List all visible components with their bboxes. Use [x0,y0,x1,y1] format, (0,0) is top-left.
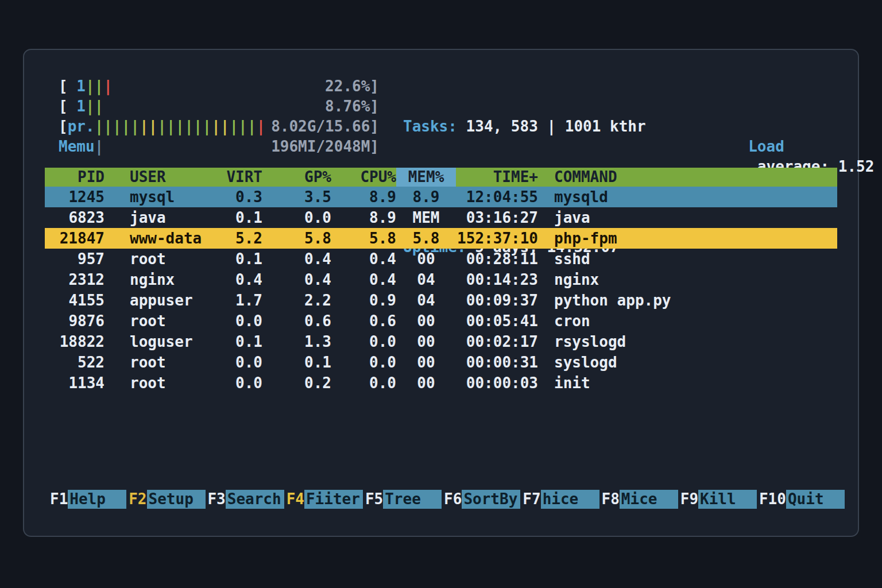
cell-command: nginx [548,269,837,290]
cell-gp: 2.2 [262,290,331,311]
fkey-search[interactable]: F3Search [207,490,284,509]
column-header-user[interactable]: USER [105,168,217,187]
cell-time: 00:14:23 [456,269,548,290]
function-key-bar: F1HelpF2SetupF3SearchF4FiiterF5TreeF6Sor… [50,490,845,509]
cell-cpu: 0.4 [331,249,396,269]
fkey-label: Search [226,490,284,509]
cell-gp: 0.0 [262,207,331,228]
cell-cpu: 0.9 [331,290,396,311]
fkey-label: Setup [147,490,206,509]
meter-value: 196MI/2048M] [271,137,379,157]
fkey-number: F6 [444,490,462,509]
cell-pid: 6823 [45,207,105,228]
fkey-sortby[interactable]: F6SortBy [444,490,520,509]
cell-cpu: 0.6 [331,311,396,331]
system-meters: [ 1|||22.6%][ 1||8.76%][pr.|||||||||||||… [59,76,379,157]
cell-pid: 21847 [45,228,105,249]
fkey-label: Quit [786,490,845,509]
table-header: PIDUSERVIRTGP%CPU%MEM%TIME+COMMAND [45,168,837,187]
cell-user: root [105,373,217,393]
cell-gp: 0.4 [262,269,331,290]
process-row[interactable]: 1134root0.00.20.00000:00:03init [45,373,837,393]
fkey-mice[interactable]: F8Mice [602,490,678,509]
column-header-time[interactable]: TIME+ [456,168,548,187]
cell-user: loguser [105,331,217,352]
process-row[interactable]: 21847www-data5.25.85.85.8152:37:10php-fp… [45,228,837,249]
column-header-mem[interactable]: MEM% [396,168,456,187]
fkey-label: hice [541,490,599,509]
cell-mem: 00 [396,331,456,352]
fkey-label: Tree [383,490,442,509]
meter-value: 8.02G/15.66] [271,117,379,137]
column-header-virt[interactable]: VIRT [217,168,262,187]
cell-user: nginx [105,269,217,290]
process-row[interactable]: 2312nginx0.40.40.40400:14:23nginx [45,269,837,290]
process-row[interactable]: 522root0.00.10.00000:00:31syslogd [45,352,837,373]
cell-gp: 0.4 [262,249,331,269]
cell-virt: 0.0 [217,373,262,393]
cell-gp: 0.1 [262,352,331,373]
cell-time: 00:28:11 [456,249,548,269]
cell-command: java [548,207,837,228]
cell-gp: 1.3 [262,331,331,352]
cell-virt: 0.1 [217,207,262,228]
cell-pid: 4155 [45,290,105,311]
fkey-number: F3 [207,490,225,509]
meter-bar: [ 1||| [59,76,113,96]
cell-user: mysql [105,187,217,207]
cell-command: mysqld [548,187,837,207]
cell-mem: 00 [396,311,456,331]
fkey-number: F10 [759,490,786,509]
process-row[interactable]: 18822loguser0.11.30.00000:02:17rsyslogd [45,331,837,352]
fkey-setup[interactable]: F2Setup [129,490,205,509]
cell-user: appuser [105,290,217,311]
cell-cpu: 8.9 [331,187,396,207]
cell-virt: 0.0 [217,311,262,331]
column-header-pid[interactable]: PID [45,168,105,187]
cell-virt: 0.4 [217,269,262,290]
cell-time: 12:04:55 [456,187,548,207]
meter-bar: [pr.||||||||||||||||||| [59,117,265,137]
meter-row: [pr.|||||||||||||||||||8.02G/15.66] [59,117,379,137]
fkey-tree[interactable]: F5Tree [365,490,442,509]
cell-virt: 5.2 [217,228,262,249]
fkey-hice[interactable]: F7hice [523,490,599,509]
cell-user: www-data [105,228,217,249]
cell-time: 00:09:37 [456,290,548,311]
cell-virt: 0.1 [217,249,262,269]
fkey-quit[interactable]: F10Quit [759,490,845,509]
fkey-number: F9 [680,490,698,509]
cell-command: php-fpm [548,228,837,249]
column-header-cpu[interactable]: CPU% [331,168,396,187]
cell-cpu: 8.9 [331,207,396,228]
fkey-help[interactable]: F1Help [50,490,126,509]
cell-pid: 957 [45,249,105,269]
fkey-number: F2 [129,490,146,509]
cell-mem: 00 [396,249,456,269]
cell-time: 00:02:17 [456,331,548,352]
process-row[interactable]: 9876root0.00.60.60000:05:41cron [45,311,837,331]
fkey-fiiter[interactable]: F4Fiiter [287,490,363,509]
cell-cpu: 0.0 [331,352,396,373]
cell-mem: 5.8 [396,228,456,249]
column-header-gp[interactable]: GP% [262,168,331,187]
process-table: PIDUSERVIRTGP%CPU%MEM%TIME+COMMAND 1245m… [45,168,837,393]
process-row[interactable]: 6823java0.10.08.9MEM03:16:27java [45,207,837,228]
cell-mem: 00 [396,373,456,393]
fkey-number: F1 [50,490,68,509]
fkey-kill[interactable]: F9Kill [680,490,757,509]
cell-cpu: 5.8 [331,228,396,249]
cell-time: 00:00:03 [456,373,548,393]
cell-gp: 0.2 [262,373,331,393]
process-row[interactable]: 957root0.10.40.40000:28:11sshd [45,249,837,269]
cell-time: 03:16:27 [456,207,548,228]
cell-user: root [105,311,217,331]
process-row[interactable]: 1245mysql0.33.58.98.912:04:55mysqld [45,187,837,207]
cell-pid: 18822 [45,331,105,352]
cell-mem: 00 [396,352,456,373]
process-row[interactable]: 4155appuser1.72.20.90400:09:37python app… [45,290,837,311]
column-header-command[interactable]: COMMAND [548,168,837,187]
cell-command: python app.py [548,290,837,311]
cell-pid: 2312 [45,269,105,290]
meter-row: [ 1|||22.6%] [59,76,379,96]
